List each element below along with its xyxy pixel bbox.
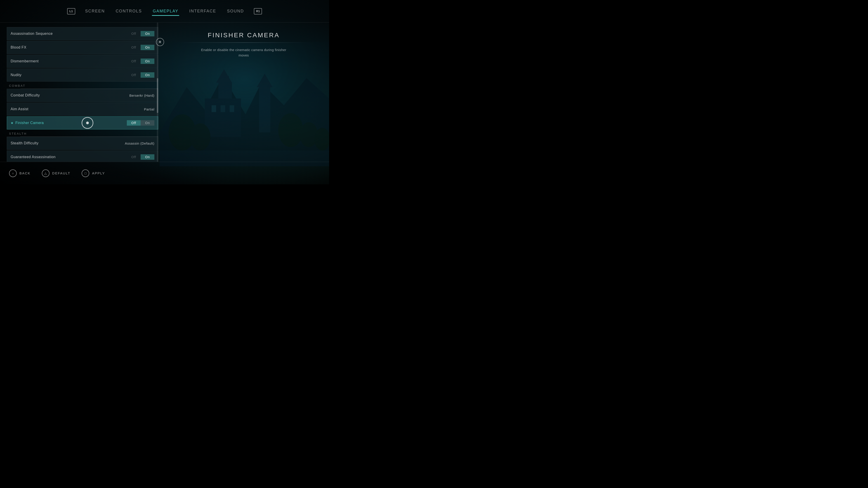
toggle-group: Off On xyxy=(127,120,154,126)
row-label: Guaranteed Assassination xyxy=(11,155,127,159)
row-label: Blood FX xyxy=(11,45,127,50)
default-action[interactable]: △ Default xyxy=(42,169,70,177)
row-label: Assassination Sequence xyxy=(11,32,127,36)
title-divider xyxy=(179,42,309,43)
row-label: Dismemberment xyxy=(11,59,127,63)
row-aim-assist[interactable]: Aim Assist Partial xyxy=(7,103,158,116)
row-label: Stealth Difficulty xyxy=(11,141,125,145)
toggle-on[interactable]: On xyxy=(141,72,154,78)
toggle-off[interactable]: Off xyxy=(127,120,141,126)
row-label: Combat Difficulty xyxy=(11,93,129,97)
selector-ring xyxy=(82,117,93,129)
row-nudity[interactable]: Nudity Off On xyxy=(7,68,158,82)
scroll-thumb xyxy=(157,78,158,113)
section-combat-label: COMBAT xyxy=(7,82,158,89)
row-blood-fx[interactable]: Blood FX Off On xyxy=(7,41,158,54)
settings-panel: Assassination Sequence Off On Blood FX O… xyxy=(7,23,158,162)
r1-button[interactable]: R1 xyxy=(254,8,262,14)
bottom-bar: ○ Back △ Default □ Apply xyxy=(0,162,329,184)
toggle-on[interactable]: On xyxy=(141,154,154,160)
toggle-off[interactable]: Off xyxy=(127,72,141,78)
row-finisher-camera[interactable]: ★ Finisher Camera Off On xyxy=(7,116,158,129)
info-title: Finisher Camera xyxy=(208,32,280,39)
toggle-group: Off On xyxy=(127,31,154,36)
row-dismemberment[interactable]: Dismemberment Off On xyxy=(7,55,158,68)
toggle-group: Off On xyxy=(127,45,154,50)
default-icon: △ xyxy=(42,169,50,177)
row-label: Finisher Camera xyxy=(16,121,127,125)
toggle-off[interactable]: Off xyxy=(127,31,141,36)
apply-label: Apply xyxy=(92,171,105,175)
back-label: Back xyxy=(20,171,31,175)
toggle-off[interactable]: Off xyxy=(127,45,141,50)
back-action[interactable]: ○ Back xyxy=(9,169,31,177)
tab-screen[interactable]: Screen xyxy=(84,7,106,15)
row-value: Berserkr (Hard) xyxy=(129,94,154,97)
back-icon: ○ xyxy=(9,169,17,177)
toggle-group: Off On xyxy=(127,154,154,160)
star-icon: ★ xyxy=(11,121,13,125)
toggle-on[interactable]: On xyxy=(141,31,154,36)
toggle-on[interactable]: On xyxy=(141,120,154,126)
info-description: Enable or disable the cinematic camera d… xyxy=(196,47,291,58)
apply-icon: □ xyxy=(82,169,89,177)
top-navigation: L1 Screen Controls Gameplay Interface So… xyxy=(0,0,329,23)
apply-action[interactable]: □ Apply xyxy=(82,169,105,177)
toggle-group: Off On xyxy=(127,72,154,78)
default-label: Default xyxy=(52,171,70,175)
row-label: Aim Assist xyxy=(11,107,144,111)
toggle-on[interactable]: On xyxy=(141,59,154,64)
toggle-on[interactable]: On xyxy=(141,45,154,50)
row-value: Partial xyxy=(144,107,154,111)
info-panel: Finisher Camera Enable or disable the ci… xyxy=(163,23,324,162)
toggle-group: Off On xyxy=(127,59,154,64)
row-value: Assassin (Default) xyxy=(125,141,154,145)
row-combat-difficulty[interactable]: Combat Difficulty Berserkr (Hard) xyxy=(7,89,158,102)
row-stealth-difficulty[interactable]: Stealth Difficulty Assassin (Default) xyxy=(7,137,158,150)
l1-button[interactable]: L1 xyxy=(67,8,75,14)
section-stealth-label: STEALTH xyxy=(7,130,158,137)
row-label: Nudity xyxy=(11,73,127,77)
toggle-off[interactable]: Off xyxy=(127,59,141,64)
tab-controls[interactable]: Controls xyxy=(115,7,143,15)
tab-gameplay[interactable]: Gameplay xyxy=(152,7,180,15)
row-guaranteed-assassination[interactable]: Guaranteed Assassination Off On xyxy=(7,151,158,162)
row-assassination-sequence[interactable]: Assassination Sequence Off On xyxy=(7,27,158,40)
toggle-off[interactable]: Off xyxy=(127,154,141,160)
tab-sound[interactable]: Sound xyxy=(226,7,245,15)
tab-interface[interactable]: Interface xyxy=(188,7,217,15)
